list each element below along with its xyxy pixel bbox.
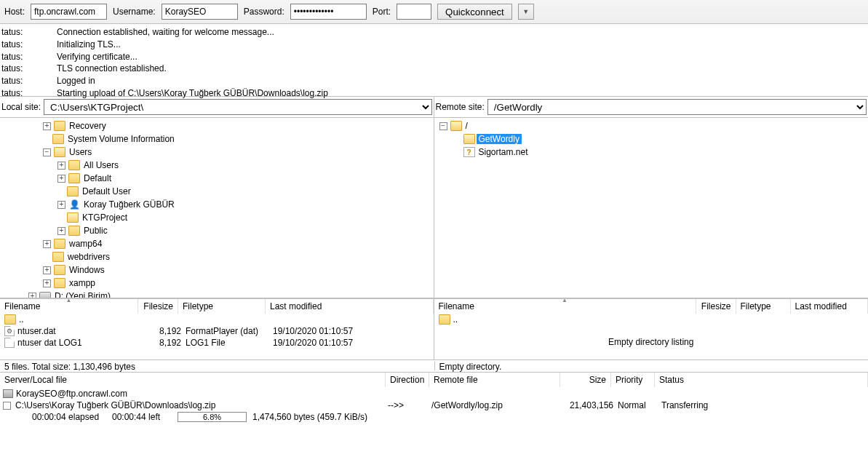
- folder-icon: [54, 121, 65, 131]
- tree-item[interactable]: wamp64: [67, 239, 104, 249]
- local-path-combo[interactable]: C:\Users\KTGProject\: [44, 99, 431, 115]
- remote-file-list[interactable]: .. Empty directory listing: [434, 314, 869, 359]
- local-tree[interactable]: +Recovery System Volume Information −Use…: [0, 117, 434, 298]
- quickconnect-dropdown-button[interactable]: ▼: [518, 4, 534, 20]
- queue-direction: -->>: [388, 400, 431, 410]
- folder-icon: [54, 265, 65, 275]
- file-type: LOG1 File: [181, 338, 268, 348]
- left-label: 00:00:44 left: [112, 412, 178, 422]
- queue-checkbox[interactable]: [3, 402, 11, 410]
- file-name[interactable]: ntuser.dat: [17, 326, 141, 336]
- username-input[interactable]: [162, 4, 238, 20]
- local-status: 5 files. Total size: 1,130,496 bytes: [4, 362, 434, 370]
- col-lastmod[interactable]: Last modified: [266, 299, 434, 314]
- folder-icon: [54, 239, 65, 249]
- tree-item[interactable]: Sigortam.net: [477, 147, 530, 157]
- file-name[interactable]: ntuser dat LOG1: [17, 338, 141, 348]
- tree-item[interactable]: xampp: [67, 278, 97, 288]
- directory-panes: Local site: C:\Users\KTGProject\ +Recove…: [0, 97, 868, 298]
- tree-item[interactable]: KTGProject: [80, 212, 130, 223]
- local-site-label: Local site:: [1, 102, 41, 112]
- log-status-label: tatus:: [1, 39, 57, 51]
- col-filesize[interactable]: Filesize: [696, 299, 736, 314]
- server-icon: [3, 389, 13, 398]
- drive-icon: [39, 292, 51, 298]
- tree-item[interactable]: D: (Yeni Birim): [52, 291, 113, 298]
- tree-item[interactable]: Default User: [80, 186, 133, 196]
- tree-item[interactable]: Windows: [67, 265, 107, 275]
- tree-item-selected[interactable]: GetWordly: [477, 134, 522, 144]
- tree-item[interactable]: Recovery: [67, 121, 108, 131]
- log-line: Logged in: [57, 75, 95, 87]
- file-status-bar: 5 files. Total size: 1,130,496 bytes Emp…: [0, 359, 868, 372]
- folder-icon: [54, 147, 65, 157]
- file-type: FormatPlayer (dat): [181, 326, 268, 336]
- queue-progress-row: 00:00:04 elapsed 00:00:44 left 6.8% 1,47…: [3, 412, 865, 422]
- tree-item[interactable]: webdrivers: [65, 252, 112, 262]
- password-label: Password:: [244, 7, 284, 17]
- progress-pct: 6.8%: [178, 413, 246, 422]
- empty-listing-label: Empty directory listing: [434, 335, 869, 349]
- local-file-list[interactable]: .. ntuser.dat8,192FormatPlayer (dat)19/1…: [0, 314, 434, 359]
- tree-item[interactable]: Users: [67, 147, 94, 157]
- col-server-local[interactable]: Server/Local file: [0, 373, 386, 387]
- queue-file-row[interactable]: C:\Users\Koray Tuğberk GÜBÜR\Downloads\l…: [3, 400, 865, 410]
- file-size: 8,192: [141, 338, 181, 348]
- host-label: Host:: [4, 7, 25, 17]
- quickconnect-button[interactable]: Quickconnect: [437, 4, 512, 20]
- col-filename[interactable]: Filename: [0, 299, 138, 314]
- collapse-icon[interactable]: −: [439, 122, 447, 130]
- expand-icon[interactable]: +: [57, 162, 65, 170]
- remote-pane: Remote site: /GetWordly −/ GetWordly ?Si…: [434, 97, 869, 298]
- password-input[interactable]: [290, 4, 367, 20]
- remote-path-combo[interactable]: /GetWordly: [487, 99, 867, 115]
- tree-item[interactable]: /: [463, 121, 470, 131]
- folder-icon: [4, 314, 16, 325]
- col-size[interactable]: Size: [560, 373, 611, 387]
- col-status[interactable]: Status: [655, 373, 868, 387]
- elapsed-label: 00:00:04 elapsed: [32, 412, 112, 422]
- log-status-label: tatus:: [1, 75, 57, 87]
- parent-dir[interactable]: ..: [19, 314, 143, 325]
- col-lastmod[interactable]: Last modified: [791, 299, 869, 314]
- col-remote-file[interactable]: Remote file: [429, 373, 560, 387]
- quickconnect-toolbar: Host: Username: Password: Port: Quickcon…: [0, 0, 868, 24]
- port-input[interactable]: [397, 4, 431, 20]
- tree-item[interactable]: Public: [81, 226, 110, 236]
- col-filename[interactable]: Filename: [434, 299, 696, 314]
- queue-priority: Normal: [613, 400, 657, 410]
- folder-icon: [68, 173, 80, 183]
- queue-remote-file: /GetWordly/log.zip: [431, 400, 562, 410]
- expand-icon[interactable]: +: [28, 293, 36, 298]
- expand-icon[interactable]: +: [57, 201, 65, 209]
- tree-item[interactable]: All Users: [81, 160, 121, 170]
- tree-item[interactable]: Koray Tuğberk GÜBÜR: [81, 199, 177, 210]
- expand-icon[interactable]: +: [57, 227, 65, 235]
- expand-icon[interactable]: +: [43, 266, 51, 274]
- log-status-label: tatus:: [1, 51, 57, 63]
- parent-dir[interactable]: ..: [453, 314, 458, 325]
- expand-icon[interactable]: +: [43, 122, 51, 130]
- collapse-icon[interactable]: −: [43, 148, 51, 156]
- expand-icon[interactable]: +: [43, 240, 51, 248]
- folder-icon: [52, 134, 64, 144]
- tree-item[interactable]: Default: [81, 173, 114, 183]
- col-priority[interactable]: Priority: [611, 373, 655, 387]
- col-filetype[interactable]: Filetype: [178, 299, 266, 314]
- remote-tree[interactable]: −/ GetWordly ?Sigortam.net: [434, 117, 869, 298]
- user-icon: 👤: [68, 199, 80, 210]
- log-status-label: tatus:: [1, 63, 57, 75]
- col-filesize[interactable]: Filesize: [138, 299, 178, 314]
- col-direction[interactable]: Direction: [386, 373, 429, 387]
- message-log: tatus:Connection established, waiting fo…: [0, 24, 868, 97]
- expand-icon[interactable]: +: [57, 175, 65, 183]
- host-input[interactable]: [31, 4, 107, 20]
- queue-server-row[interactable]: KoraySEO@ftp.oncrawl.com: [3, 389, 865, 399]
- tree-item[interactable]: System Volume Information: [65, 134, 177, 144]
- folder-icon: [54, 278, 65, 288]
- col-filetype[interactable]: Filetype: [736, 299, 791, 314]
- folder-icon: [68, 160, 80, 170]
- expand-icon[interactable]: +: [43, 279, 51, 287]
- log-line: TLS connection established.: [57, 63, 167, 75]
- folder-icon: [450, 121, 462, 131]
